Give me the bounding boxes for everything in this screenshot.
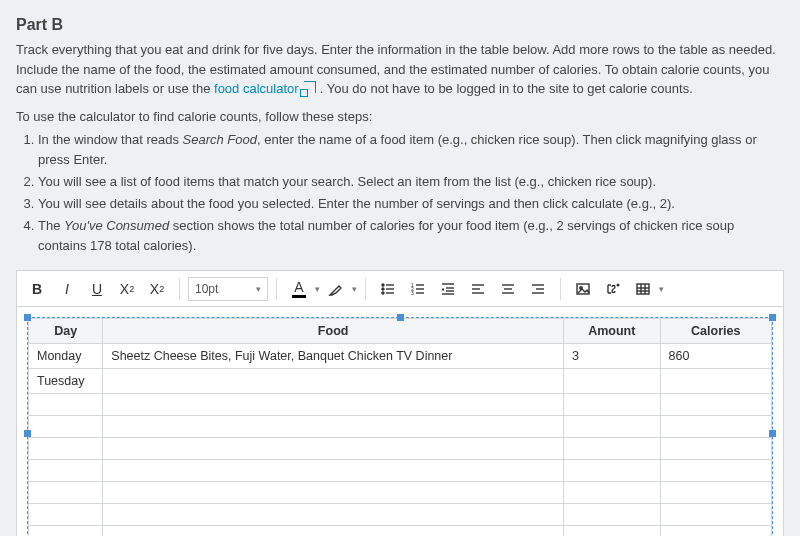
table-row[interactable] <box>29 526 772 536</box>
numbered-list-button[interactable]: 123 <box>404 275 432 303</box>
toolbar-separator <box>276 278 277 300</box>
chevron-down-icon[interactable]: ▾ <box>352 284 357 294</box>
align-center-button[interactable] <box>494 275 522 303</box>
svg-point-0 <box>382 284 384 286</box>
editor-canvas[interactable]: Day Food Amount Calories MondaySheetz Ch… <box>17 307 783 536</box>
food-log-table[interactable]: Day Food Amount Calories MondaySheetz Ch… <box>28 318 772 536</box>
cell-calories[interactable]: 860 <box>660 344 771 369</box>
resize-handle[interactable] <box>769 430 776 437</box>
toolbar-separator <box>365 278 366 300</box>
instructions-paragraph: Track everything that you eat and drink … <box>16 40 784 99</box>
rich-text-editor: B I U X2 X2 10pt ▾ A ▾ ▾ 123 <box>16 270 784 536</box>
food-calculator-link[interactable]: food calculator <box>214 81 299 96</box>
cell-amount[interactable] <box>563 394 660 416</box>
table-row[interactable] <box>29 482 772 504</box>
cell-amount[interactable] <box>563 482 660 504</box>
cell-calories[interactable] <box>660 394 771 416</box>
cell-day[interactable]: Monday <box>29 344 103 369</box>
resize-handle[interactable] <box>24 314 31 321</box>
font-size-value: 10pt <box>195 282 218 296</box>
resize-handle[interactable] <box>397 314 404 321</box>
cell-amount[interactable] <box>563 460 660 482</box>
editor-toolbar: B I U X2 X2 10pt ▾ A ▾ ▾ 123 <box>17 271 783 307</box>
cell-day[interactable]: Tuesday <box>29 369 103 394</box>
cell-calories[interactable] <box>660 526 771 536</box>
col-header-food[interactable]: Food <box>103 319 564 344</box>
section-title: Part B <box>16 16 784 34</box>
cell-amount[interactable] <box>563 416 660 438</box>
svg-point-2 <box>382 288 384 290</box>
cell-amount[interactable] <box>563 369 660 394</box>
table-row[interactable]: MondaySheetz Cheese Bites, Fuji Water, B… <box>29 344 772 369</box>
step-item: The You've Consumed section shows the to… <box>38 216 784 256</box>
cell-day[interactable] <box>29 438 103 460</box>
step-item: You will see a list of food items that m… <box>38 172 784 192</box>
table-row[interactable]: Tuesday <box>29 369 772 394</box>
cell-food[interactable] <box>103 460 564 482</box>
cell-food[interactable] <box>103 369 564 394</box>
insert-image-button[interactable] <box>569 275 597 303</box>
cell-amount[interactable] <box>563 504 660 526</box>
text-color-button[interactable]: A <box>285 275 313 303</box>
cell-food[interactable] <box>103 482 564 504</box>
insert-equation-button[interactable] <box>599 275 627 303</box>
cell-day[interactable] <box>29 526 103 536</box>
cell-food[interactable]: Sheetz Cheese Bites, Fuji Water, Banquet… <box>103 344 564 369</box>
step-item: In the window that reads Search Food, en… <box>38 130 784 170</box>
subscript-button[interactable]: X2 <box>143 275 171 303</box>
svg-text:3: 3 <box>411 290 414 296</box>
cell-food[interactable] <box>103 526 564 536</box>
chevron-down-icon: ▾ <box>256 284 261 294</box>
outdent-button[interactable] <box>434 275 462 303</box>
col-header-amount[interactable]: Amount <box>563 319 660 344</box>
svg-point-4 <box>382 292 384 294</box>
cell-day[interactable] <box>29 504 103 526</box>
align-right-button[interactable] <box>524 275 552 303</box>
cell-calories[interactable] <box>660 482 771 504</box>
step-item: You will see details about the food you … <box>38 194 784 214</box>
align-left-button[interactable] <box>464 275 492 303</box>
cell-amount[interactable] <box>563 526 660 536</box>
cell-day[interactable] <box>29 416 103 438</box>
cell-day[interactable] <box>29 482 103 504</box>
chevron-down-icon[interactable]: ▾ <box>659 284 664 294</box>
cell-amount[interactable] <box>563 438 660 460</box>
cell-calories[interactable] <box>660 369 771 394</box>
steps-lead: To use the calculator to find calorie co… <box>16 109 784 124</box>
bold-button[interactable]: B <box>23 275 51 303</box>
cell-calories[interactable] <box>660 416 771 438</box>
svg-point-27 <box>617 284 619 286</box>
superscript-button[interactable]: X2 <box>113 275 141 303</box>
cell-calories[interactable] <box>660 460 771 482</box>
bullet-list-button[interactable] <box>374 275 402 303</box>
cell-day[interactable] <box>29 394 103 416</box>
steps-list: In the window that reads Search Food, en… <box>38 130 784 257</box>
table-row[interactable] <box>29 460 772 482</box>
table-row[interactable] <box>29 504 772 526</box>
italic-button[interactable]: I <box>53 275 81 303</box>
table-row[interactable] <box>29 416 772 438</box>
cell-calories[interactable] <box>660 504 771 526</box>
resize-handle[interactable] <box>769 314 776 321</box>
table-row[interactable] <box>29 438 772 460</box>
cell-food[interactable] <box>103 438 564 460</box>
highlight-button[interactable] <box>322 275 350 303</box>
cell-amount[interactable]: 3 <box>563 344 660 369</box>
table-row[interactable] <box>29 394 772 416</box>
underline-button[interactable]: U <box>83 275 111 303</box>
external-link-icon <box>304 81 316 93</box>
cell-day[interactable] <box>29 460 103 482</box>
selected-table-wrapper[interactable]: Day Food Amount Calories MondaySheetz Ch… <box>27 317 773 536</box>
cell-food[interactable] <box>103 394 564 416</box>
col-header-calories[interactable]: Calories <box>660 319 771 344</box>
svg-rect-28 <box>637 284 649 294</box>
col-header-day[interactable]: Day <box>29 319 103 344</box>
cell-food[interactable] <box>103 416 564 438</box>
font-size-select[interactable]: 10pt ▾ <box>188 277 268 301</box>
instr-text-b: . You do not have to be logged in to the… <box>320 81 693 96</box>
cell-food[interactable] <box>103 504 564 526</box>
chevron-down-icon[interactable]: ▾ <box>315 284 320 294</box>
resize-handle[interactable] <box>24 430 31 437</box>
cell-calories[interactable] <box>660 438 771 460</box>
insert-table-button[interactable] <box>629 275 657 303</box>
